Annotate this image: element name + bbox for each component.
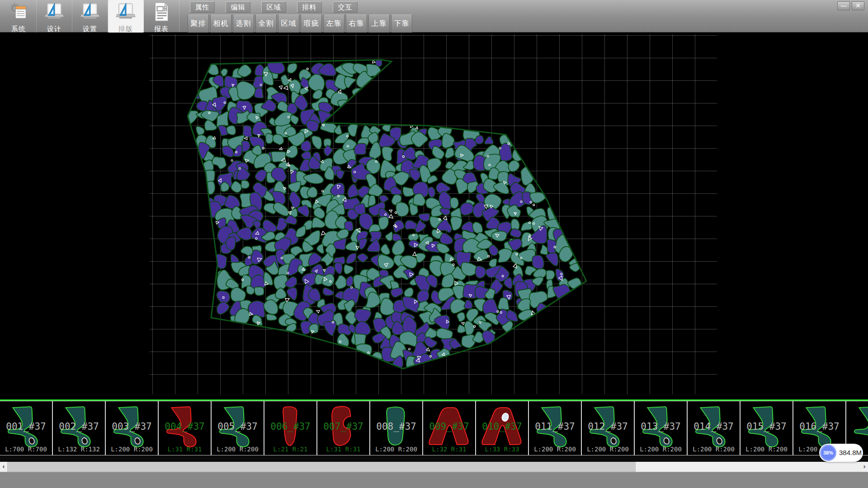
pieces-thumbnail-strip: 001_#37L:700 R:700002_#37L:132 R:132003_… (0, 401, 868, 455)
main-mode-buttons: 系统设计设置排版报表 (1, 0, 179, 33)
status-bar (0, 472, 868, 488)
main-button-label: 设置 (83, 25, 97, 33)
piece-counts: L:200 R:200 (370, 446, 422, 453)
main-button-报表[interactable]: 报表 (144, 0, 179, 33)
piece-counts: L:132 R:132 (53, 446, 105, 453)
tool-button-全割[interactable]: 全割 (255, 14, 277, 33)
piece-label: 009_#37 (423, 421, 475, 432)
piece-counts: L:31 R:31 (317, 446, 369, 453)
piece-label: 006_#37 (264, 421, 316, 432)
menu-tab-交互[interactable]: 交互 (333, 1, 358, 13)
piece-thumbnail-002_#37[interactable]: 002_#37L:132 R:132 (53, 401, 106, 455)
scrollbar-thumb[interactable] (7, 462, 636, 472)
menu-tab-row: 属性编辑区域排料交互 (190, 1, 368, 13)
design-ruler-icon (44, 1, 65, 24)
tool-button-上靠[interactable]: 上靠 (368, 14, 390, 33)
piece-counts: L:200 R:200 (106, 446, 158, 453)
tool-button-瑕疵[interactable]: 瑕疵 (301, 14, 322, 33)
menu-tab-编辑[interactable]: 编辑 (226, 1, 250, 13)
piece-label: 002_#37 (53, 421, 105, 432)
tool-button-右靠[interactable]: 右靠 (346, 14, 367, 33)
memory-badge[interactable]: 38% 384.8M (819, 444, 863, 462)
piece-thumbnail-012_#37[interactable]: 012_#37L:200 R:200 (582, 401, 635, 455)
nesting-ruler-icon (115, 1, 136, 24)
piece-thumbnail-006_#37[interactable]: 006_#37L:21 R:21 (264, 401, 317, 455)
minimize-button[interactable]: — (837, 1, 850, 10)
piece-counts: L:200 R:200 (741, 446, 793, 453)
horizontal-scrollbar[interactable]: ‹ › (0, 462, 868, 472)
piece-thumbnail-014_#37[interactable]: 014_#37L:200 R:200 (688, 401, 741, 455)
piece-thumbnail-011_#37[interactable]: 011_#37L:200 R:200 (529, 401, 582, 455)
window-controls: — ✕ (837, 1, 864, 10)
tool-button-下靠[interactable]: 下靠 (391, 14, 412, 33)
piece-thumbnail-009_#37[interactable]: 009_#37L:32 R:31 (423, 401, 476, 455)
piece-label: 013_#37 (635, 421, 687, 432)
main-button-label: 设计 (47, 25, 61, 33)
tool-button-选割[interactable]: 选割 (233, 14, 254, 33)
piece-label: 008_#37 (370, 421, 422, 432)
piece-counts: L:700 R:700 (0, 446, 52, 453)
piece-label: 003_#37 (106, 421, 158, 432)
piece-thumbnail-004_#37[interactable]: 004_#37L:31 R:31 (159, 401, 212, 455)
main-button-label: 排版 (118, 25, 133, 33)
piece-thumbnail-001_#37[interactable]: 001_#37L:700 R:700 (0, 401, 53, 455)
piece-label: 001_#37 (0, 421, 52, 432)
piece-label: 004_#37 (159, 421, 211, 432)
piece-counts: L:200 R:200 (582, 446, 634, 453)
piece-thumbnail-008_#37[interactable]: 008_#37L:200 R:200 (370, 401, 423, 455)
scroll-left-arrow-icon[interactable]: ‹ (0, 462, 7, 472)
piece-label: 014_#37 (688, 421, 740, 432)
piece-thumbnail-007_#37[interactable]: 007_#37L:31 R:31 (317, 401, 370, 455)
piece-label: 005_#37 (212, 421, 264, 432)
piece-counts: L:21 R:21 (264, 446, 316, 453)
report-icon (151, 1, 172, 24)
piece-thumbnail-015_#37[interactable]: 015_#37L:200 R:200 (741, 401, 793, 455)
tool-button-相机[interactable]: 相机 (210, 14, 231, 33)
piece-counts: L:200 R:200 (688, 446, 740, 453)
piece-label: 016_#37 (793, 421, 845, 432)
menu-tab-属性[interactable]: 属性 (190, 1, 215, 13)
badge-percent-circle: 38% (820, 445, 836, 461)
canvas-area (0, 33, 868, 399)
main-button-label: 系统 (11, 25, 26, 33)
piece-counts: L:32 R:31 (423, 446, 475, 453)
main-button-label: 报表 (154, 25, 169, 33)
menu-tab-排料[interactable]: 排料 (297, 1, 322, 13)
scroll-right-arrow-icon[interactable]: › (861, 462, 868, 472)
piece-counts: L:200 R:200 (529, 446, 581, 453)
piece-label: 012_#37 (582, 421, 634, 432)
strip-gap (0, 456, 868, 462)
piece-label: 011_#37 (529, 421, 581, 432)
tool-button-区域[interactable]: 区域 (278, 14, 299, 33)
tool-button-左靠[interactable]: 左靠 (323, 14, 344, 33)
nesting-canvas[interactable] (150, 34, 717, 396)
badge-value: 384.8M (839, 444, 862, 462)
piece-thumbnail-010_#37[interactable]: 010_#37L:33 R:33 (476, 401, 529, 455)
main-button-设计[interactable]: 设计 (37, 0, 72, 33)
piece-counts: L:200 R:200 (212, 446, 264, 453)
main-toolbar: 系统设计设置排版报表 属性编辑区域排料交互 聚排相机选割全割区域瑕疵左靠右靠上靠… (0, 0, 868, 33)
tool-button-row: 聚排相机选割全割区域瑕疵左靠右靠上靠下靠 (188, 14, 414, 33)
piece-label: 007_#37 (317, 421, 369, 432)
menu-tab-区域[interactable]: 区域 (261, 1, 286, 13)
close-button[interactable]: ✕ (852, 1, 864, 10)
main-button-排版[interactable]: 排版 (108, 0, 144, 33)
piece-counts: L:200 R:200 (635, 446, 687, 453)
main-button-设置[interactable]: 设置 (72, 0, 108, 33)
piece-label: 015_#37 (741, 421, 793, 432)
piece-counts: L:33 R:33 (476, 446, 528, 453)
piece-label: 010_#37 (476, 421, 528, 432)
settings-ruler-icon (80, 1, 100, 24)
piece-counts: L:31 R:31 (159, 446, 211, 453)
tool-button-聚排[interactable]: 聚排 (188, 14, 209, 33)
main-button-系统[interactable]: 系统 (1, 0, 37, 33)
system-gear-icon (8, 1, 29, 24)
piece-thumbnail-003_#37[interactable]: 003_#37L:200 R:200 (106, 401, 159, 455)
nesting-app-window: 系统设计设置排版报表 属性编辑区域排料交互 聚排相机选割全割区域瑕疵左靠右靠上靠… (0, 0, 868, 488)
piece-thumbnail-005_#37[interactable]: 005_#37L:200 R:200 (212, 401, 264, 455)
piece-thumbnail-013_#37[interactable]: 013_#37L:200 R:200 (635, 401, 688, 455)
